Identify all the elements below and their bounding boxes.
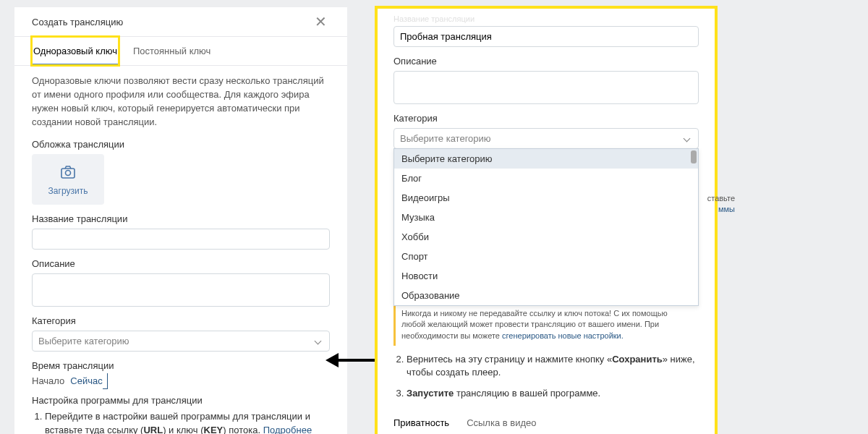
category-placeholder: Выберите категорию	[38, 336, 129, 346]
start-label: Начало	[32, 375, 64, 386]
svg-point-1	[66, 170, 71, 175]
create-stream-dialog-filled: Название трансляции Описание Категория В…	[376, 7, 716, 434]
setup-steps: Перейдите в настройки вашей программы дл…	[32, 410, 330, 434]
desc-label: Описание	[32, 258, 330, 269]
stream-name-input[interactable]	[32, 229, 330, 250]
chevron-down-icon	[315, 338, 322, 345]
tab-permanent-key[interactable]: Постоянный ключ	[132, 37, 212, 65]
stream-desc-input[interactable]	[393, 71, 699, 104]
category-option[interactable]: Видеоигры	[394, 188, 698, 208]
upload-label: Загрузить	[48, 186, 88, 196]
category-option[interactable]: Блог	[394, 169, 698, 188]
close-icon[interactable]: ✕	[315, 14, 327, 29]
time-label: Время трансляции	[32, 360, 330, 371]
dialog-header: Создать трансляцию ✕	[14, 7, 347, 37]
name-label: Название трансляции	[32, 213, 330, 224]
clipped-text: ставьтеставьте ммыммы	[707, 194, 735, 213]
key-warning: Никогда и никому не передавайте ссылку и…	[393, 304, 699, 346]
category-placeholder: Выберите категорию	[400, 133, 491, 144]
bottom-tabs: Приватность Ссылка в видео	[393, 410, 699, 434]
step-3: Запустите трансляцию в вашей программе.	[407, 387, 699, 400]
name-label-cut: Название трансляции	[393, 14, 699, 23]
dialog-title: Создать трансляцию	[32, 17, 123, 27]
stream-desc-input[interactable]	[32, 273, 330, 307]
intro-text: Одноразовые ключи позволяют вести сразу …	[32, 75, 330, 129]
setup-steps-tail: Вернитесь на эту страницу и нажмите кноп…	[393, 353, 699, 400]
category-option[interactable]: Музыка	[394, 208, 698, 227]
step-1: Перейдите в настройки вашей программы дл…	[45, 410, 330, 434]
tab-onetime-key[interactable]: Одноразовый ключ	[32, 37, 119, 65]
category-option[interactable]: Новости	[394, 266, 698, 286]
start-value-link[interactable]: Сейчас	[70, 375, 110, 386]
cover-label: Обложка трансляции	[32, 139, 330, 150]
category-dropdown: Выберите категорию Блог Видеоигры Музыка…	[393, 148, 699, 306]
camera-icon	[59, 163, 77, 183]
category-label: Категория	[32, 315, 330, 326]
category-option[interactable]: Образование	[394, 286, 698, 305]
upload-cover-button[interactable]: Загрузить	[32, 154, 104, 205]
category-select[interactable]: Выберите категорию	[393, 128, 699, 149]
chevron-down-icon	[684, 135, 691, 142]
key-tabs: Одноразовый ключ Постоянный ключ	[14, 37, 347, 66]
tab-privacy[interactable]: Приватность	[393, 410, 449, 434]
stream-name-input[interactable]	[393, 26, 699, 47]
category-option[interactable]: Хобби	[394, 227, 698, 247]
tab-video-link[interactable]: Ссылка в видео	[467, 410, 536, 434]
category-select[interactable]: Выберите категорию	[32, 331, 330, 352]
desc-label: Описание	[393, 56, 699, 67]
arrow-annotation	[326, 353, 383, 367]
scrollbar-thumb[interactable]	[691, 150, 697, 163]
create-stream-dialog: Создать трансляцию ✕ Одноразовый ключ По…	[14, 7, 347, 434]
regen-link[interactable]: сгенерировать новые настройки.	[502, 331, 624, 340]
setup-label: Настройка программы для трансляции	[32, 395, 330, 406]
category-option[interactable]: Спорт	[394, 247, 698, 266]
category-label: Категория	[393, 113, 699, 124]
category-option[interactable]: Выберите категорию	[394, 149, 698, 169]
step-2: Вернитесь на эту страницу и нажмите кноп…	[407, 353, 699, 379]
